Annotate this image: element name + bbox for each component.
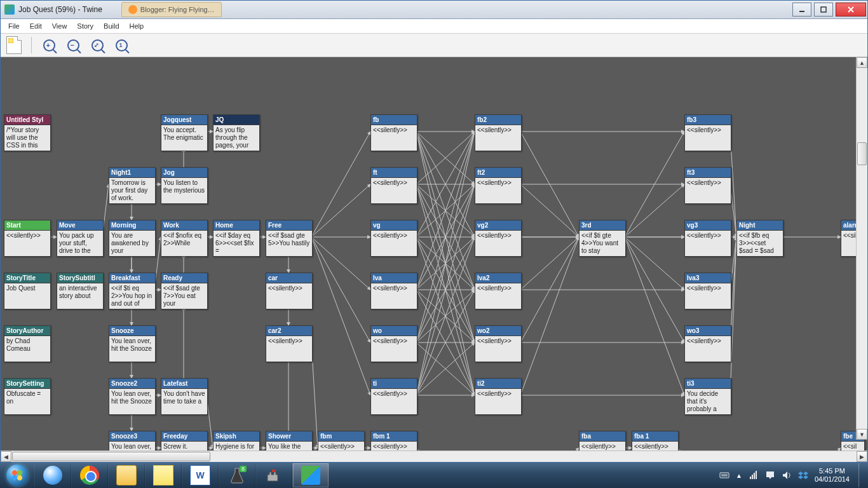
titlebar[interactable]: Job Quest (59%) - Twine Blogger: Flying … (1, 1, 867, 19)
passage-latefast[interactable]: LatefastYou don't have time to take a (161, 378, 208, 415)
passage-ti3[interactable]: ti3You decide that it's probably a (684, 378, 731, 415)
dropbox-icon[interactable] (798, 470, 808, 480)
zoom-100-button[interactable]: 1 (112, 36, 131, 55)
scroll-left-icon[interactable]: ◀ (1, 451, 11, 462)
passage-night1[interactable]: Night1Tomorrow is your first day of work… (109, 167, 156, 204)
passage-ti2[interactable]: ti2<<silently>> (475, 378, 522, 415)
vscroll-thumb[interactable] (857, 142, 867, 165)
passage-storysubtitle[interactable]: StorySubtitlan interactive story about (57, 273, 104, 309)
passage-storysettings[interactable]: StorySettingObfuscate = on (4, 378, 51, 415)
story-map[interactable]: Untitled Styl/*Your story will use the C… (1, 57, 867, 451)
taskbar-stickynotes[interactable] (145, 463, 182, 487)
action-center-icon[interactable] (765, 470, 775, 480)
passage-lva2[interactable]: lva2<<silently>> (475, 273, 522, 309)
passage-car2[interactable]: car2<<silently>> (266, 325, 313, 362)
taskbar-word[interactable]: W (182, 463, 219, 487)
passage-lva[interactable]: lva<<silently>> (370, 273, 417, 309)
passage-ft2[interactable]: ft2<<silently>> (475, 167, 522, 204)
passage-vg2[interactable]: vg2<<silently>> (475, 220, 522, 257)
passage-jq[interactable]: JQAs you flip through the pages, your (213, 114, 260, 151)
menu-edit[interactable]: Edit (25, 21, 47, 31)
vertical-scrollbar[interactable]: ▲ ▼ (856, 57, 867, 440)
vscroll-track[interactable] (857, 68, 867, 429)
close-button[interactable] (836, 3, 866, 17)
hscroll-track[interactable] (11, 451, 857, 462)
passage-jogquest[interactable]: JogquestYou accept. The enigmatic (161, 114, 208, 151)
passage-freeday[interactable]: FreedayScrew it. You're staying (161, 431, 208, 451)
background-tab[interactable]: Blogger: Flying Flying… (121, 2, 222, 17)
scroll-down-icon[interactable]: ▼ (857, 429, 867, 440)
scroll-up-icon[interactable]: ▲ (857, 57, 867, 68)
passage-move[interactable]: MoveYou pack up your stuff, drive to the (57, 220, 104, 257)
passage-fb2[interactable]: fb2<<silently>> (475, 114, 522, 151)
taskbar[interactable]: W 8 ▲ 5:45 PM 04/01/2014 (0, 463, 868, 488)
system-tray[interactable]: ▲ 5:45 PM 04/01/2014 (715, 463, 868, 487)
passage-work[interactable]: Work<<if $nofix eq 2>>While (161, 220, 208, 257)
taskbar-itunes[interactable] (34, 463, 71, 487)
taskbar-app1[interactable]: 8 (219, 463, 255, 487)
passage-skipsh[interactable]: SkipshHygiene is for chumps. You skip (213, 431, 260, 451)
passage-breakfast[interactable]: Breakfast<<if $ti eq 2>>You hop in and o… (109, 273, 156, 309)
passage-fba1[interactable]: fba 1<<silently>> (632, 431, 679, 451)
passage-body: <<silently>> (371, 336, 417, 362)
passage-fbm[interactable]: fbm<<silently>> (318, 431, 365, 451)
passage-storytitle[interactable]: StoryTitleJob Quest (4, 273, 51, 309)
passage-wo2[interactable]: wo2<<silently>> (475, 325, 522, 362)
new-passage-button[interactable] (4, 36, 24, 55)
passage-wo[interactable]: wo<<silently>> (370, 325, 417, 362)
passage-shower[interactable]: ShowerYou like the shower, so you take (266, 431, 313, 451)
menu-story[interactable]: Story (72, 21, 98, 31)
passage-jog[interactable]: JogYou listen to the mysterious (161, 167, 208, 204)
clock[interactable]: 5:45 PM 04/01/2014 (815, 467, 850, 484)
maximize-button[interactable] (814, 3, 833, 17)
passage-ti[interactable]: ti<<silently>> (370, 378, 417, 415)
passage-snooze2[interactable]: Snooze2You lean over, hit the Snooze (109, 378, 156, 415)
passage-snooze[interactable]: SnoozeYou lean over, hit the Snooze (109, 325, 156, 362)
passage-fbm1[interactable]: fbm 1<<silently>> (370, 431, 417, 451)
passage-start[interactable]: Start<<silently>> (4, 220, 51, 257)
passage-3rd[interactable]: 3rd<<if $ti gte 4>>You want to stay (579, 220, 626, 257)
passage-fb3[interactable]: fb3<<silently>> (684, 114, 731, 151)
menu-build[interactable]: Build (98, 21, 124, 31)
volume-icon[interactable] (782, 470, 792, 480)
menu-view[interactable]: View (47, 21, 72, 31)
hscroll-thumb[interactable] (12, 452, 210, 461)
tray-chevron-icon[interactable]: ▲ (736, 472, 742, 479)
zoom-out-button[interactable]: − (64, 36, 83, 55)
taskbar-explorer[interactable] (108, 463, 145, 487)
passage-morning[interactable]: MorningYou are awakened by your (109, 220, 156, 257)
menu-help[interactable]: Help (125, 21, 149, 31)
passage-ready[interactable]: Ready<<if $sad gte 7>>You eat your (161, 273, 208, 309)
passage-styl[interactable]: Untitled Styl/*Your story will use the C… (4, 114, 51, 151)
menu-file[interactable]: File (3, 21, 25, 31)
passage-free[interactable]: Free<<if $sad gte 5>>You hastily (266, 220, 313, 257)
passage-home[interactable]: Home<<if $day eq 6>><<set $fix = (213, 220, 260, 257)
taskbar-twine[interactable] (292, 463, 329, 487)
taskbar-app2[interactable] (255, 463, 292, 487)
passage-vg3[interactable]: vg3<<silently>> (684, 220, 731, 257)
zoom-in-button[interactable]: + (39, 36, 58, 55)
passage-ft[interactable]: ft<<silently>> (370, 167, 417, 204)
taskbar-chrome[interactable] (71, 463, 108, 487)
passage-vg[interactable]: vg<<silently>> (370, 220, 417, 257)
start-button[interactable] (0, 463, 34, 488)
passage-car[interactable]: car<<silently>> (266, 273, 313, 309)
wifi-icon[interactable] (749, 470, 759, 480)
passage-title: vg (371, 220, 417, 231)
scroll-right-icon[interactable]: ▶ (857, 451, 867, 462)
passage-ft3[interactable]: ft3<<silently>> (684, 167, 731, 204)
passage-storyauthor[interactable]: StoryAuthorby Chad Comeau (4, 325, 51, 362)
passage-lva3[interactable]: lva3<<silently>> (684, 273, 731, 309)
keyboard-icon[interactable] (719, 470, 729, 480)
zoom-fit-button[interactable]: ⤢ (88, 36, 107, 55)
passage-fb[interactable]: fb<<silently>> (370, 114, 417, 151)
horizontal-scrollbar[interactable]: ◀ ▶ (1, 451, 867, 462)
canvas-viewport[interactable]: Untitled Styl/*Your story will use the C… (1, 57, 867, 451)
passage-snooze3[interactable]: Snooze3You lean over, hit the Snooze (109, 431, 156, 451)
show-desktop-button[interactable] (858, 463, 864, 487)
svg-line-55 (416, 237, 475, 342)
passage-wo3[interactable]: wo3<<silently>> (684, 325, 731, 362)
minimize-button[interactable] (792, 3, 811, 17)
passage-fba[interactable]: fba<<silently>> (579, 431, 626, 451)
passage-night[interactable]: Night<<if $fb eq 3>><<set $sad = $sad (736, 220, 783, 257)
